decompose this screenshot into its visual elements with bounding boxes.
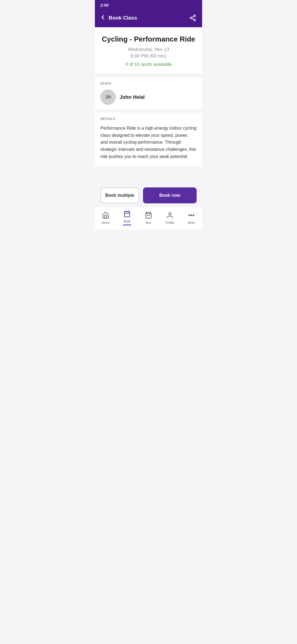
svg-line-4 — [192, 16, 194, 17]
svg-rect-5 — [124, 211, 130, 217]
svg-point-12 — [191, 215, 192, 215]
nav-label-more: More — [188, 221, 195, 224]
nav-item-book[interactable]: Book — [116, 209, 138, 227]
app-header: Book Class — [95, 10, 202, 27]
class-info: Cycling - Performance Ride Wednesday, No… — [95, 27, 202, 74]
header-left: Book Class — [99, 14, 137, 22]
back-icon[interactable] — [99, 14, 106, 22]
nav-item-profile[interactable]: Profile — [159, 211, 181, 225]
nav-active-indicator — [123, 225, 131, 225]
nav-item-home[interactable]: Home — [95, 211, 116, 225]
class-time: 6:00 PM (60 min) — [100, 53, 197, 59]
nav-item-more[interactable]: More — [181, 211, 202, 225]
staff-section-label: STAFF — [100, 82, 197, 86]
bottom-nav: Home Book Buy — [95, 207, 202, 230]
nav-label-home: Home — [101, 221, 109, 224]
staff-row: JH John Helal — [100, 89, 197, 105]
class-date: Wednesday, Nov 13 — [100, 47, 197, 52]
svg-point-10 — [169, 212, 171, 215]
svg-line-3 — [192, 18, 194, 20]
book-now-button[interactable]: Book now — [143, 187, 197, 203]
svg-point-11 — [189, 215, 190, 215]
book-multiple-button[interactable]: Book multiple — [100, 187, 139, 203]
profile-icon — [166, 212, 174, 220]
details-section-label: DETAILS — [100, 117, 197, 121]
staff-section: STAFF JH John Helal — [95, 77, 202, 109]
details-text: Performance Ride is a high-energy indoor… — [100, 125, 197, 160]
nav-item-buy[interactable]: Buy — [138, 211, 159, 225]
staff-name: John Helal — [120, 94, 145, 100]
share-icon[interactable] — [188, 13, 198, 23]
status-bar: 2:50 — [95, 0, 202, 10]
action-bar: Book multiple Book now — [95, 183, 202, 207]
status-time: 2:50 — [100, 3, 109, 7]
book-icon — [123, 210, 131, 219]
class-title: Cycling - Performance Ride — [100, 35, 197, 43]
nav-label-profile: Profile — [166, 221, 174, 224]
nav-label-buy: Buy — [146, 221, 151, 224]
buy-icon — [145, 212, 152, 220]
more-icon — [188, 212, 195, 220]
home-icon — [102, 212, 109, 220]
spots-available: 3 of 10 spots available — [100, 62, 197, 67]
spacer — [95, 167, 202, 183]
details-section: DETAILS Performance Ride is a high-energ… — [95, 113, 202, 167]
staff-avatar: JH — [100, 89, 116, 105]
header-title: Book Class — [109, 15, 137, 21]
nav-label-book: Book — [123, 220, 130, 223]
svg-point-13 — [193, 215, 194, 215]
staff-initials: JH — [105, 95, 111, 100]
